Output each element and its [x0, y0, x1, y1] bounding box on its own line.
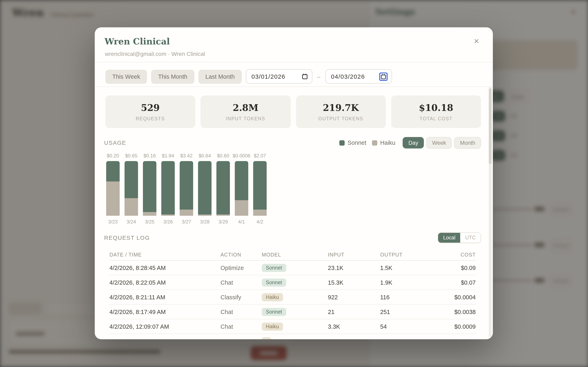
stat-label: OUTPUT TOKENS [318, 116, 363, 121]
cell-cost: $0.07 [435, 279, 476, 286]
cell-cost: $0.0038 [435, 309, 476, 315]
stacked-bar [125, 161, 138, 216]
cell-datetime: 4/2/2026, 8:21:11 AM [109, 294, 221, 300]
bar-sonnet-segment [143, 161, 156, 212]
preset-this-week-button[interactable]: This Week [105, 69, 147, 83]
usage-header-row: USAGE Sonnet Haiku Day Week Month [104, 137, 481, 149]
col-header-model: MODEL [262, 252, 328, 258]
model-badge: Haiku [262, 293, 283, 301]
bar-sonnet-segment [125, 161, 138, 198]
preset-last-month-button[interactable]: Last Month [199, 69, 242, 83]
bar-date-label: 3/28 [200, 219, 210, 225]
legend-sonnet: Sonnet [339, 140, 366, 146]
table-row: 4/2/2026, 12:09:07 AM Chat Haiku 3.3K 54… [109, 319, 476, 334]
chart-column: $0.20 3/23 [104, 153, 122, 225]
table-row: 4/2/2026, 8:17:49 AM Chat Sonnet 21 251 … [109, 305, 476, 319]
bar-haiku-segment [125, 198, 138, 216]
granularity-toggle: Day Week Month [403, 137, 481, 149]
cell-output: 54 [380, 323, 435, 330]
screen: Wren Clinical Assistant Settings ✕ Sonne… [0, 0, 588, 367]
cell-cost: $0.0009 [435, 323, 476, 330]
close-icon[interactable]: ✕ [473, 36, 480, 47]
legend-haiku-label: Haiku [380, 140, 395, 146]
granularity-month-button[interactable]: Month [454, 137, 481, 149]
chart-column: $0.60 3/29 [214, 153, 232, 225]
bar-cost-label: $1.94 [162, 153, 174, 159]
date-from-value: 03/01/2026 [251, 73, 285, 80]
divider [95, 62, 493, 62]
chart-legend: Sonnet Haiku [339, 140, 395, 146]
calendar-icon-focused[interactable] [379, 72, 387, 81]
bar-haiku-segment [106, 181, 120, 216]
col-header-output: OUTPUT [380, 252, 435, 258]
bar-date-label: 3/25 [145, 219, 155, 225]
bar-cost-label: $0.20 [107, 153, 119, 159]
stacked-bar [216, 161, 230, 216]
stats-row: 529 REQUESTS 2.8M INPUT TOKENS 219.7K OU… [105, 95, 481, 128]
stacked-bar [235, 161, 248, 216]
date-from-input[interactable]: 03/01/2026 [246, 69, 312, 83]
table-header-row: DATE / TIME ACTION MODEL INPUT OUTPUT CO… [109, 250, 476, 261]
granularity-week-button[interactable]: Week [426, 137, 452, 149]
stat-label: INPUT TOKENS [226, 116, 265, 121]
date-to-input[interactable]: 04/03/2026 [325, 69, 392, 83]
chart-column: $2.07 4/2 [251, 153, 269, 225]
col-header-action: ACTION [221, 252, 262, 258]
bar-sonnet-segment [161, 161, 175, 215]
cell-output: 251 [380, 309, 435, 315]
table-row: 4/2/2026, 8:28:45 AM Optimize Sonnet 23.… [109, 261, 476, 275]
bar-cost-label: $0.16 [144, 153, 156, 159]
timezone-local-button[interactable]: Local [438, 233, 460, 243]
bar-cost-label: $2.07 [254, 153, 266, 159]
bar-cost-label: $0.0006 [233, 153, 251, 159]
legend-sonnet-label: Sonnet [347, 140, 366, 146]
stat-value: $10.18 [419, 102, 453, 113]
timezone-utc-button[interactable]: UTC [460, 233, 481, 243]
bar-haiku-segment [216, 214, 230, 216]
bar-haiku-segment [180, 210, 193, 216]
usage-bar-chart: $0.20 3/23 $0.65 3/24 $0.16 [104, 153, 269, 225]
stacked-bar [161, 161, 175, 216]
cell-cost: $0.09 [435, 264, 476, 271]
modal-subtitle: wrenclinical@gmail.com · Wren Clinical [105, 50, 205, 57]
modal-scrollbar-thumb[interactable] [489, 89, 492, 164]
bar-date-label: 3/23 [108, 219, 118, 225]
modal-scrollbar-track[interactable] [489, 87, 492, 338]
preset-this-month-button[interactable]: This Month [151, 69, 194, 83]
calendar-icon[interactable] [302, 73, 308, 80]
granularity-day-button[interactable]: Day [403, 137, 424, 149]
legend-sonnet-swatch [339, 140, 345, 145]
cell-action: Chat [221, 309, 262, 315]
chart-column: $0.65 3/24 [122, 153, 140, 225]
col-header-cost: COST [435, 252, 476, 258]
stacked-bar [198, 161, 212, 216]
chart-column: $1.94 3/26 [159, 153, 177, 225]
request-log-header-row: REQUEST LOG Local UTC [104, 233, 481, 243]
chart-column: $0.16 3/25 [140, 153, 159, 225]
bar-haiku-segment [198, 215, 212, 216]
timezone-toggle: Local UTC [438, 233, 481, 243]
stat-value: 2.8M [233, 102, 258, 113]
cell-output: 1.9K [380, 279, 435, 286]
col-header-input: INPUT [328, 252, 380, 258]
cell-output: 116 [380, 294, 435, 300]
bar-date-label: 3/27 [182, 219, 191, 225]
divider [95, 86, 493, 87]
date-range-separator: – [317, 73, 320, 80]
cell-output: 1.5K [380, 264, 435, 271]
stat-label: REQUESTS [136, 116, 165, 121]
bar-haiku-segment [253, 210, 267, 216]
bar-sonnet-segment [235, 161, 248, 200]
usage-modal: Wren Clinical wrenclinical@gmail.com · W… [95, 27, 493, 339]
model-badge: Haiku [262, 322, 283, 331]
model-badge: Sonnet [262, 308, 286, 316]
cell-action: Classify [221, 294, 262, 300]
bar-cost-label: $0.65 [125, 153, 138, 159]
table-row: 4/2/2026, 8:22:05 AM Chat Sonnet 15.3K 1… [109, 275, 476, 290]
cell-input: 21 [328, 309, 380, 315]
legend-haiku-swatch [372, 140, 377, 145]
cell-datetime: 4/2/2026, 8:17:49 AM [109, 309, 221, 315]
cell-input: 922 [328, 294, 380, 300]
cell-input: 3.3K [328, 323, 380, 330]
bar-sonnet-segment [198, 161, 212, 215]
